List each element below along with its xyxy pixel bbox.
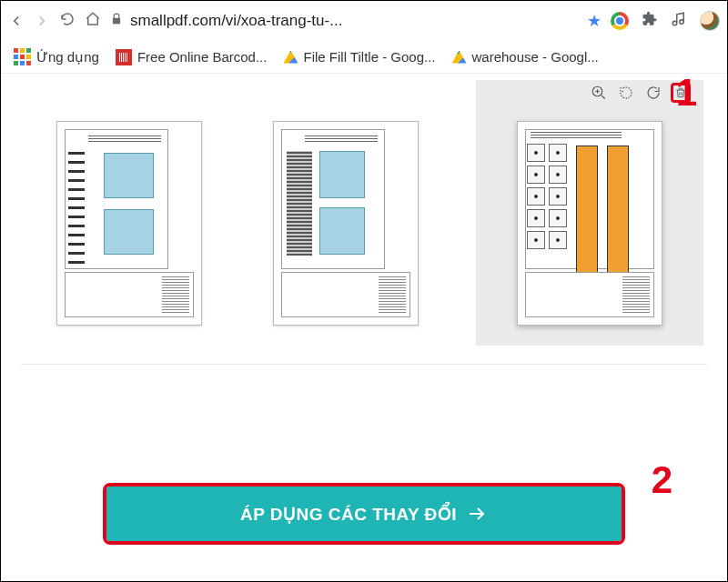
media-icon[interactable] — [671, 11, 687, 31]
bookmark-barcode[interactable]: Free Online Barcod... — [116, 49, 268, 65]
apply-button-label: ÁP DỤNG CÁC THAY ĐỔI — [240, 504, 457, 525]
rotate-right-icon[interactable] — [643, 83, 663, 103]
extensions-icon[interactable] — [642, 11, 658, 31]
barcode-icon — [116, 49, 132, 65]
drive-icon — [283, 51, 298, 64]
bookmark-filefill[interactable]: File Fill Tiltle - Goog... — [283, 49, 435, 65]
annotation-step-2: 2 — [652, 461, 672, 499]
apply-changes-button[interactable]: ÁP DỤNG CÁC THAY ĐỔI — [106, 487, 622, 541]
zoom-in-icon[interactable] — [589, 83, 609, 103]
apps-label: Ứng dụng — [36, 49, 99, 65]
bookmark-barcode-label: Free Online Barcod... — [137, 49, 268, 65]
apply-area: ÁP DỤNG CÁC THAY ĐỔI — [21, 365, 707, 581]
back-button[interactable] — [8, 13, 25, 29]
bookmark-star-icon[interactable]: ★ — [587, 11, 602, 31]
bookmarks-bar: Ứng dụng Free Online Barcod... File Fill… — [1, 41, 727, 74]
apps-icon — [14, 48, 31, 65]
page-thumbnail-3-selected[interactable] — [476, 80, 703, 346]
rotate-left-icon[interactable] — [616, 83, 636, 103]
address-bar[interactable]: smallpdf.com/vi/xoa-trang-tu-... — [110, 12, 578, 30]
page-content: ÁP DỤNG CÁC THAY ĐỔI — [1, 74, 727, 581]
reload-button[interactable] — [59, 11, 76, 31]
url-text: smallpdf.com/vi/xoa-trang-tu-... — [130, 12, 342, 30]
arrow-right-icon — [466, 503, 488, 525]
google-icon[interactable] — [611, 12, 629, 30]
home-button[interactable] — [85, 11, 101, 31]
thumbnails-area — [21, 74, 707, 365]
bookmark-warehouse[interactable]: warehouse - Googl... — [452, 49, 599, 65]
extension-area — [611, 11, 720, 31]
lock-icon — [110, 12, 123, 30]
apply-button-highlight: ÁP DỤNG CÁC THAY ĐỔI — [103, 483, 625, 545]
bookmark-warehouse-label: warehouse - Googl... — [472, 49, 599, 65]
profile-avatar[interactable] — [700, 11, 720, 31]
drive-icon — [452, 51, 467, 64]
annotation-step-1: 1 — [676, 74, 697, 112]
page-thumbnail-1[interactable] — [43, 103, 216, 346]
browser-toolbar: smallpdf.com/vi/xoa-trang-tu-... ★ — [1, 1, 727, 41]
bookmark-filefill-label: File Fill Tiltle - Goog... — [303, 49, 435, 65]
page-thumbnail-2[interactable] — [259, 103, 432, 346]
apps-shortcut[interactable]: Ứng dụng — [14, 48, 99, 65]
forward-button[interactable] — [34, 13, 50, 29]
